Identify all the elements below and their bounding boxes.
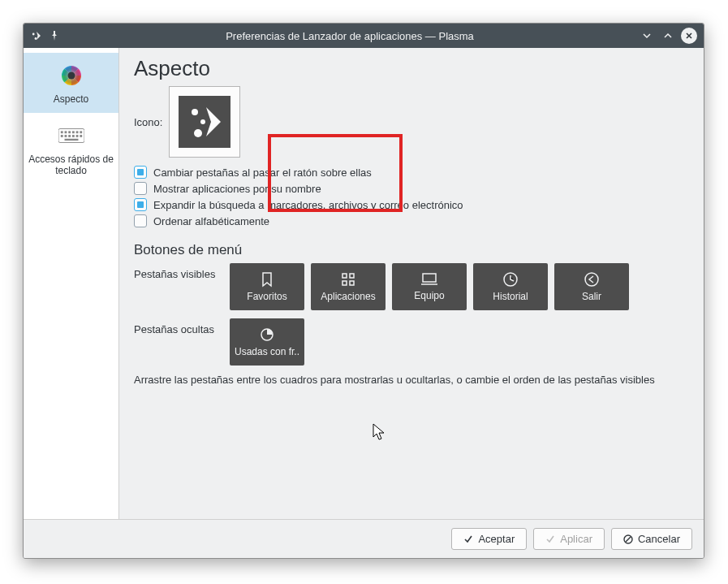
tile-label: Salir: [582, 291, 601, 302]
svg-rect-11: [80, 131, 82, 133]
checkbox-expand-search[interactable]: Expandir la búsqueda a marcadores, archi…: [134, 198, 689, 211]
checkbox-label: Mostrar aplicaciones por su nombre: [153, 183, 321, 195]
svg-marker-22: [206, 107, 221, 136]
checkbox-label: Expandir la búsqueda a marcadores, archi…: [153, 199, 463, 211]
svg-rect-15: [71, 135, 74, 137]
sidebar-item-shortcuts[interactable]: Accesos rápidos de teclado: [24, 113, 118, 184]
svg-point-0: [32, 33, 35, 36]
svg-rect-24: [350, 274, 354, 278]
color-wheel-icon: [58, 63, 84, 89]
svg-rect-6: [60, 131, 62, 133]
check-icon: [545, 534, 555, 544]
sidebar-item-label: Aspecto: [27, 93, 115, 105]
checkbox-icon: [134, 214, 147, 227]
svg-point-19: [192, 109, 198, 115]
laptop-icon: [420, 272, 438, 287]
visible-tabs-container[interactable]: Favoritos Aplicaciones Equipo Historial: [230, 263, 629, 310]
hidden-tabs-container[interactable]: Usadas con fr..: [230, 318, 304, 366]
drag-hint-text: Arrastre las pestañas entre los cuadros …: [134, 374, 689, 386]
dialog-button-bar: Aceptar Aplicar Cancelar: [24, 519, 704, 558]
tile-label: Favoritos: [247, 291, 286, 302]
checkbox-show-apps-by-name[interactable]: Mostrar aplicaciones por su nombre: [134, 182, 689, 195]
close-button[interactable]: [681, 28, 697, 44]
sidebar-item-aspecto[interactable]: Aspecto: [24, 53, 118, 113]
sidebar-item-label: Accesos rápidos de teclado: [27, 154, 115, 176]
svg-point-29: [585, 273, 598, 286]
svg-rect-14: [68, 135, 71, 137]
svg-rect-23: [342, 274, 347, 278]
checkbox-label: Ordenar alfabéticamente: [153, 215, 269, 227]
keyboard-icon: [58, 123, 84, 149]
button-label: Aceptar: [478, 533, 515, 545]
svg-rect-10: [75, 131, 78, 133]
pin-icon[interactable]: [48, 29, 61, 42]
checkbox-switch-tabs-hover[interactable]: Cambiar pestañas al pasar el ratón sobre…: [134, 166, 689, 179]
svg-rect-17: [80, 135, 82, 137]
clock-icon: [502, 271, 519, 288]
svg-marker-2: [37, 32, 41, 40]
svg-rect-12: [60, 135, 62, 137]
checkbox-icon: [134, 182, 147, 195]
tile-label: Usadas con fr..: [235, 346, 299, 357]
titlebar: Preferencias de Lanzador de aplicaciones…: [24, 24, 704, 48]
checkbox-icon: [134, 198, 147, 211]
button-label: Aplicar: [560, 533, 592, 545]
mouse-cursor-icon: [373, 423, 386, 441]
page-title: Aspecto: [134, 56, 689, 81]
minimize-button[interactable]: [639, 28, 655, 44]
svg-rect-27: [423, 274, 436, 282]
check-icon: [463, 534, 473, 544]
ok-button[interactable]: Aceptar: [451, 528, 527, 550]
tile-label: Historial: [493, 291, 528, 302]
sidebar: Aspecto Accesos rápidos de teclado: [24, 48, 119, 519]
settings-window: Preferencias de Lanzador de aplicaciones…: [23, 23, 704, 559]
svg-point-4: [67, 72, 75, 80]
visible-tabs-label: Pestañas visibles: [134, 263, 223, 280]
icon-label: Icono:: [134, 116, 162, 128]
main-panel: Aspecto Icono:: [119, 48, 704, 519]
logout-icon: [584, 271, 600, 288]
svg-point-20: [194, 129, 202, 137]
cancel-icon: [623, 534, 633, 544]
apps-grid-icon: [340, 271, 356, 288]
checkbox-sort-alphabetically[interactable]: Ordenar alfabéticamente: [134, 214, 689, 227]
app-icon: [30, 29, 43, 42]
svg-point-1: [35, 37, 37, 40]
tab-tile-aplicaciones[interactable]: Aplicaciones: [311, 263, 386, 310]
maximize-button[interactable]: [660, 28, 676, 44]
window-body: Aspecto Accesos rápidos de teclado: [24, 48, 704, 519]
svg-rect-25: [342, 281, 347, 285]
tile-label: Aplicaciones: [321, 291, 375, 302]
svg-rect-9: [71, 131, 74, 133]
menu-buttons-heading: Botones de menú: [134, 242, 689, 258]
svg-point-21: [200, 119, 205, 124]
svg-rect-7: [64, 131, 67, 133]
button-label: Cancelar: [638, 533, 680, 545]
apply-button: Aplicar: [533, 528, 605, 550]
tab-tile-historial[interactable]: Historial: [473, 263, 548, 310]
tab-tile-frequently-used[interactable]: Usadas con fr..: [230, 318, 304, 366]
tab-tile-equipo[interactable]: Equipo: [392, 263, 467, 310]
svg-rect-13: [64, 135, 67, 137]
pie-icon: [259, 327, 275, 343]
bookmark-icon: [259, 271, 275, 288]
svg-rect-16: [75, 135, 78, 137]
svg-rect-26: [350, 281, 354, 285]
hidden-tabs-label: Pestañas ocultas: [134, 318, 223, 335]
plasma-logo-icon: [179, 96, 230, 148]
tab-tile-salir[interactable]: Salir: [554, 263, 629, 310]
tile-label: Equipo: [414, 290, 444, 301]
icon-chooser-button[interactable]: [169, 86, 240, 158]
tab-tile-favoritos[interactable]: Favoritos: [230, 263, 304, 310]
checkbox-label: Cambiar pestañas al pasar el ratón sobre…: [153, 167, 372, 179]
svg-rect-8: [68, 131, 71, 133]
checkbox-icon: [134, 166, 147, 179]
window-title: Preferencias de Lanzador de aplicaciones…: [66, 30, 634, 42]
svg-rect-18: [64, 139, 78, 141]
cancel-button[interactable]: Cancelar: [611, 528, 692, 550]
